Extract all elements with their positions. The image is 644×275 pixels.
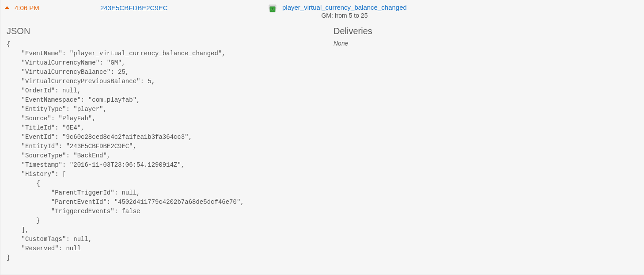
json-line: "EntityType": "player", xyxy=(7,106,107,113)
json-line: "ParentTriggerId": null, xyxy=(7,189,140,196)
json-line: "OrderId": null, xyxy=(7,87,81,94)
json-line: "SourceType": "BackEnd", xyxy=(7,152,110,159)
json-content: { "EventName": "player_virtual_currency_… xyxy=(7,40,333,263)
json-line: "EntityId": "243E5CBFDBE2C9EC", xyxy=(7,143,136,150)
json-line: "EventId": "9c60c28ced8c4c2fa1fea1b3fa36… xyxy=(7,134,192,141)
json-line: { xyxy=(7,41,10,48)
deliveries-panel: Deliveries None xyxy=(333,20,644,263)
deliveries-none-text: None xyxy=(333,40,644,47)
json-line: } xyxy=(7,217,40,224)
json-line: "ParentEventId": "4502d411779c4202b7a68d… xyxy=(7,199,244,206)
deliveries-panel-title: Deliveries xyxy=(333,26,644,36)
event-detail-panel: 4:06 PM 243E5CBFDBE2C9EC $ player_virtua… xyxy=(0,0,644,275)
json-line: "VirtualCurrencyBalance": 25, xyxy=(7,69,129,76)
json-line: } xyxy=(7,254,10,261)
json-line: "Timestamp": "2016-11-03T23:06:54.129091… xyxy=(7,161,185,168)
json-panel-title: JSON xyxy=(7,26,333,36)
event-name-cell: player_virtual_currency_balance_changed xyxy=(282,4,407,11)
collapse-caret-icon[interactable] xyxy=(5,6,9,9)
event-time: 4:06 PM xyxy=(12,4,100,11)
event-row-header: 4:06 PM 243E5CBFDBE2C9EC $ player_virtua… xyxy=(0,0,644,20)
row-toggle-cell xyxy=(5,4,12,9)
entity-id-link[interactable]: 243E5CBFDBE2C9EC xyxy=(100,4,168,11)
json-line: "TitleId": "6E4", xyxy=(7,124,84,131)
json-line: "EventNamespace": "com.playfab", xyxy=(7,96,140,103)
json-line: { xyxy=(7,180,40,187)
json-line: "Source": "PlayFab", xyxy=(7,115,96,122)
json-line: "History": [ xyxy=(7,171,66,178)
json-line: "TriggeredEvents": false xyxy=(7,208,140,215)
event-detail-body: JSON { "EventName": "player_virtual_curr… xyxy=(0,20,644,267)
json-line: "EventName": "player_virtual_currency_ba… xyxy=(7,50,226,57)
event-subtitle: GM: from 5 to 25 xyxy=(282,12,407,19)
json-line: "VirtualCurrencyName": "GM", xyxy=(7,59,125,66)
json-panel: JSON { "EventName": "player_virtual_curr… xyxy=(7,20,333,263)
json-line: "CustomTags": null, xyxy=(7,236,92,243)
json-line: "Reserved": null xyxy=(7,245,81,252)
entity-id-cell: 243E5CBFDBE2C9EC xyxy=(100,4,268,11)
event-cell: $ player_virtual_currency_balance_change… xyxy=(268,4,407,19)
json-line: "VirtualCurrencyPreviousBalance": 5, xyxy=(7,78,155,85)
event-name-link[interactable]: player_virtual_currency_balance_changed xyxy=(282,4,407,11)
json-line: ], xyxy=(7,226,29,233)
event-text-block: player_virtual_currency_balance_changed … xyxy=(282,4,407,19)
currency-event-icon: $ xyxy=(268,4,277,13)
